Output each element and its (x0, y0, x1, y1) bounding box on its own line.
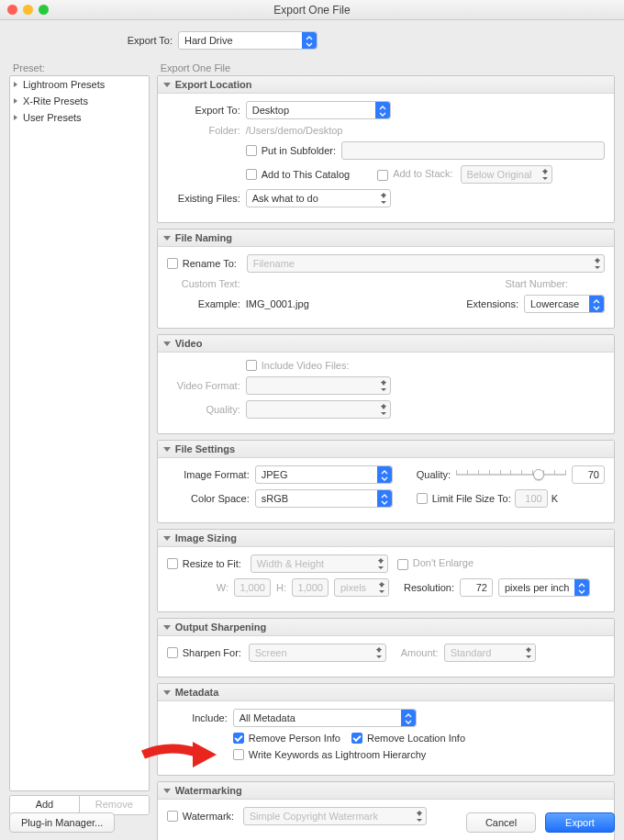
chevron-down-icon (163, 789, 171, 793)
sharpen-for-checkbox[interactable] (167, 647, 178, 658)
video-format-select (246, 376, 391, 395)
close-icon[interactable] (7, 5, 17, 15)
window-title: Export One File (273, 4, 350, 17)
add-to-stack-checkbox (377, 170, 388, 181)
folder-path: /Users/demo/Desktop (246, 125, 343, 136)
section-output-sharpening: Output Sharpening Sharpen For: Screen Am… (157, 618, 615, 678)
metadata-include-select[interactable]: All Metadata (233, 709, 417, 727)
width-input (234, 578, 271, 597)
preset-item[interactable]: X-Rite Presets (10, 93, 149, 109)
include-video-checkbox (246, 360, 257, 371)
cancel-button[interactable]: Cancel (466, 812, 536, 833)
section-export-location: Export Location Export To: Desktop Folde… (157, 75, 615, 223)
remove-location-info-checkbox[interactable] (351, 733, 362, 744)
sharpen-for-select: Screen (249, 644, 386, 662)
chevron-down-icon (163, 690, 171, 695)
put-in-subfolder-checkbox[interactable] (246, 145, 257, 156)
section-video: Video Include Video Files: Video Format:… (157, 334, 615, 434)
titlebar: Export One File (0, 0, 624, 20)
resolution-input[interactable] (460, 578, 493, 597)
section-metadata: Metadata Include: All Metadata Remove Pe… (157, 683, 615, 776)
zoom-icon[interactable] (39, 5, 49, 15)
preset-item[interactable]: Lightroom Presets (10, 76, 149, 93)
resize-mode-select: Width & Height (251, 554, 388, 573)
preset-item[interactable]: User Presets (10, 109, 149, 126)
right-heading: Export One File (161, 62, 615, 73)
existing-files-select[interactable]: Ask what to do (246, 189, 391, 207)
preset-remove-button: Remove (79, 796, 149, 814)
rename-to-checkbox[interactable] (167, 258, 178, 269)
export-location-select[interactable]: Desktop (246, 101, 391, 119)
height-input (292, 578, 329, 597)
quality-slider[interactable] (456, 467, 566, 482)
preset-add-button[interactable]: Add (10, 796, 79, 814)
section-file-naming: File Naming Rename To: Filename Custom T… (157, 229, 615, 329)
preset-heading: Preset: (13, 62, 150, 73)
plugin-manager-button[interactable]: Plug-in Manager... (9, 812, 115, 833)
limit-filesize-input (515, 489, 548, 508)
export-to-label: Export To: (9, 35, 173, 46)
video-quality-select (246, 400, 391, 419)
chevron-down-icon (163, 536, 171, 541)
chevron-down-icon (163, 236, 171, 241)
size-unit-select: pixels (334, 578, 389, 597)
limit-filesize-checkbox[interactable] (417, 493, 428, 504)
rename-template-select: Filename (247, 254, 605, 273)
color-space-select[interactable]: sRGB (255, 489, 393, 508)
chevron-down-icon (163, 625, 171, 630)
section-image-sizing: Image Sizing Resize to Fit: Width & Heig… (157, 529, 615, 612)
write-keywords-checkbox[interactable] (233, 749, 244, 760)
dont-enlarge-checkbox (397, 559, 408, 570)
chevron-down-icon (163, 83, 171, 87)
stack-position-select: Below Original (461, 165, 552, 184)
add-to-catalog-checkbox[interactable] (246, 169, 257, 180)
annotation-arrow-icon (141, 738, 218, 771)
chevron-down-icon (163, 447, 171, 452)
minimize-icon[interactable] (23, 5, 33, 15)
remove-person-info-checkbox[interactable] (233, 733, 244, 744)
chevron-down-icon (163, 342, 171, 346)
extensions-select[interactable]: Lowercase (524, 295, 605, 313)
subfolder-input (341, 141, 605, 160)
filename-example: IMG_0001.jpg (246, 298, 309, 309)
export-to-select[interactable]: Hard Drive (178, 31, 318, 50)
image-format-select[interactable]: JPEG (255, 465, 393, 484)
section-file-settings: File Settings Image Format: JPEG Quality… (157, 440, 615, 523)
resolution-unit-select[interactable]: pixels per inch (498, 578, 590, 597)
sharpen-amount-select: Standard (444, 644, 536, 662)
export-button[interactable]: Export (545, 812, 615, 833)
quality-input[interactable] (572, 465, 605, 484)
resize-to-fit-checkbox[interactable] (167, 558, 178, 569)
preset-list: Lightroom Presets X-Rite Presets User Pr… (9, 75, 150, 791)
